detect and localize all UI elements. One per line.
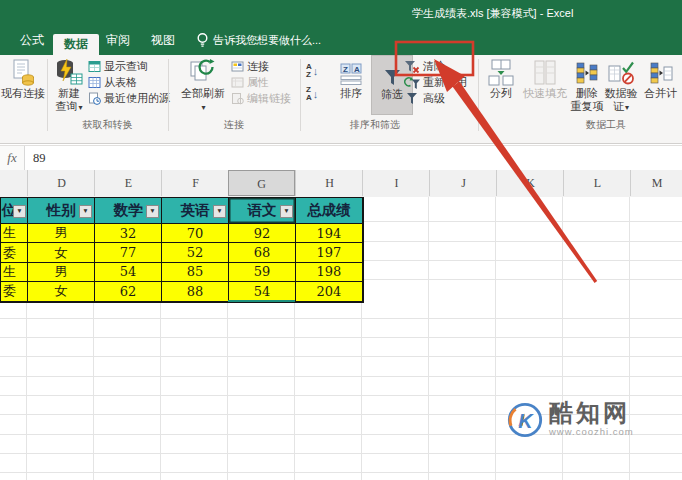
data-cell[interactable]: 197 [296,243,363,262]
data-cell[interactable]: 204 [296,282,363,301]
remove-duplicates-icon [575,61,599,86]
connections-icon [231,60,244,73]
formula-input[interactable]: 89 [25,146,682,170]
svg-text:K: K [518,410,534,432]
title-bar: 学生成绩表.xls [兼容模式] - Excel [0,0,682,25]
edit-links-icon [231,92,244,105]
recent-sources-button[interactable]: 最近使用的源 [88,91,168,106]
recent-sources-icon [88,92,101,105]
data-cell[interactable]: 女 [28,243,95,262]
data-cell[interactable]: 198 [296,263,363,282]
data-cell[interactable]: 委 [1,282,28,301]
sort-button[interactable]: ZA 排序 [334,55,368,115]
data-cell[interactable]: 委 [1,243,28,262]
edit-links-button[interactable]: 编辑链接 [231,91,297,106]
tab-data[interactable]: 数据 [53,34,99,55]
existing-connections-icon [11,59,35,86]
excel-window: 学生成绩表.xls [兼容模式] - Excel 公式 数据 审阅 视图 告诉我… [0,0,682,480]
dropdown-arrow: ▾ [625,103,629,112]
show-queries-button[interactable]: 显示查询 [88,59,168,74]
connections-button[interactable]: 连接 [231,59,297,74]
consolidate-button[interactable]: 合并计 [639,55,682,115]
header-cell-english[interactable]: 英语▼ [162,198,229,224]
clear-filter-button[interactable]: 清除 [404,59,474,74]
column-header-k[interactable]: K [496,170,564,196]
properties-button[interactable]: 属性 [231,75,297,90]
sort-ascending-button[interactable]: AZ ↓ [306,61,330,81]
data-cell[interactable]: 77 [95,243,162,262]
data-cell[interactable]: 70 [162,224,229,243]
group-label-get-transform: 获取和转换 [47,118,168,132]
tell-me-box[interactable]: 告诉我您想要做什么... [213,33,321,48]
data-cell[interactable]: 194 [296,224,363,243]
header-cell-chinese[interactable]: 语文▼ [229,198,296,224]
group-label-data-tools: 数据工具 [540,118,672,132]
data-cell[interactable]: 85 [162,263,229,282]
header-cell-total[interactable]: 总成绩 [296,198,363,224]
data-cell[interactable]: 52 [162,243,229,262]
data-cell[interactable]: 生 [1,263,28,282]
filter-dropdown-icon[interactable]: ▼ [280,205,293,218]
fx-button[interactable]: fx [0,146,25,170]
window-title: 学生成绩表.xls [兼容模式] - Excel [412,6,573,21]
tab-formulas[interactable]: 公式 [20,32,44,49]
refresh-all-icon [189,58,217,86]
column-headers: D E F G H I J K L M [0,170,682,198]
data-validation-icon [608,61,634,86]
column-header-h[interactable]: H [295,170,363,196]
flash-fill-button[interactable]: 快速填充 [521,55,569,115]
down-arrow-icon: ↓ [313,66,319,77]
column-header-f[interactable]: F [161,170,229,196]
header-cell-position[interactable]: 位▼ [1,198,28,224]
group-label-connections: 连接 [168,118,300,132]
text-to-columns-button[interactable]: 分列 [483,55,519,115]
data-cell[interactable]: 62 [95,282,162,301]
data-cell[interactable]: 生 [1,224,28,243]
data-cell[interactable]: 59 [229,263,296,282]
watermark-site-url: www.coozhi.com [549,426,634,437]
svg-text:Z: Z [343,65,348,74]
data-cell[interactable]: 54 [95,263,162,282]
header-cell-math[interactable]: 数学▼ [95,198,162,224]
filter-dropdown-icon[interactable]: ▼ [146,205,159,218]
column-header-m[interactable]: M [630,170,682,196]
consolidate-icon [649,61,673,86]
data-cell[interactable]: 68 [229,243,296,262]
text-to-columns-icon [488,59,514,86]
from-table-button[interactable]: 从表格 [88,75,168,90]
column-header-l[interactable]: L [563,170,631,196]
column-header-i[interactable]: I [362,170,430,196]
flash-fill-icon [532,59,558,86]
column-header-d[interactable]: D [27,170,95,196]
group-label-sort-filter: 排序和筛选 [300,118,450,132]
data-cell[interactable]: 男 [28,224,95,243]
new-query-button[interactable]: 新建 查询▾ [50,55,88,115]
existing-connections-button[interactable]: 现有连接 [0,55,46,115]
advanced-filter-button[interactable]: 高级 [404,91,474,106]
data-cell[interactable]: 88 [162,282,229,301]
reapply-filter-button[interactable]: 重新应用 [404,75,474,90]
dropdown-arrow: ▾ [78,103,82,112]
lightbulb-icon [196,32,209,52]
formula-bar: fx 89 [0,145,682,171]
tab-view[interactable]: 视图 [151,32,175,49]
down-arrow-icon: ↓ [313,89,319,100]
column-header-e[interactable]: E [94,170,162,196]
header-cell-gender[interactable]: 性别▼ [28,198,95,224]
filter-dropdown-icon[interactable]: ▼ [213,205,226,218]
data-cell[interactable]: 92 [229,224,296,243]
filter-dropdown-icon[interactable]: ▼ [13,205,26,218]
sort-descending-button[interactable]: ZA ↓ [306,84,330,104]
refresh-all-button[interactable]: 全部刷新 ▾ [177,55,229,115]
sheet-grid[interactable]: 位▼ 性别▼ 数学▼ 英语▼ 语文▼ 总成绩 生 男 32 70 92 194 … [0,197,682,480]
data-cell[interactable]: 32 [95,224,162,243]
data-validation-button[interactable]: 数据验证▾ [603,55,639,115]
tab-review[interactable]: 审阅 [106,32,130,49]
data-cell[interactable]: 男 [28,263,95,282]
svg-text:A: A [354,65,360,74]
column-header-g-selected[interactable]: G [228,170,295,196]
remove-duplicates-button[interactable]: 删除重复项 [569,55,605,115]
data-cell[interactable]: 女 [28,282,95,301]
filter-dropdown-icon[interactable]: ▼ [79,205,92,218]
column-header-j[interactable]: J [429,170,497,196]
